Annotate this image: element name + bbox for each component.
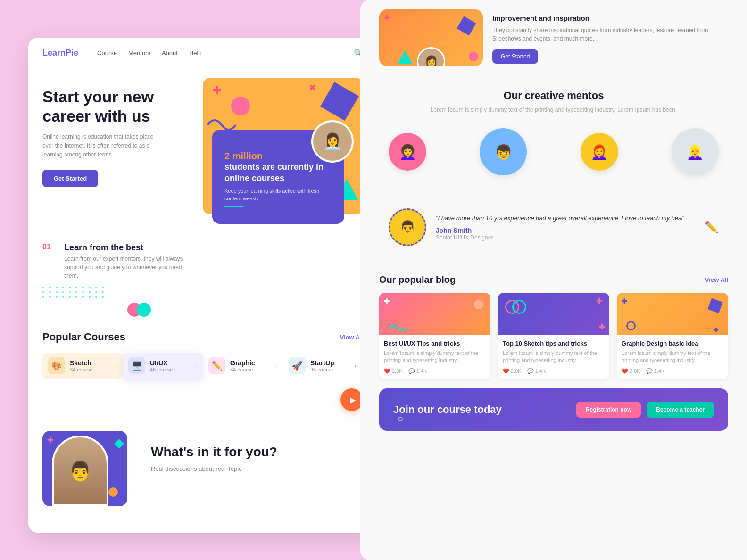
- b2-deco4: ✚: [598, 322, 605, 331]
- blog-3-comments: 💬 1.4K: [646, 368, 665, 374]
- hero-description: Online learning is education that takes …: [42, 132, 165, 160]
- whats-person-avatar: 👨: [52, 436, 108, 506]
- logo-text: Learn: [42, 48, 66, 58]
- cta-decoration-dot: [398, 417, 403, 421]
- courses-section: Popular Courses View All 🎨 Sketch 34 cou…: [28, 317, 377, 388]
- pencil-icon: ✏️: [705, 221, 719, 234]
- whats-text: What's in it for you? Real discussions a…: [151, 445, 363, 474]
- nav-course[interactable]: Course: [97, 49, 117, 57]
- mentor-avatar-3[interactable]: 👩‍🦰: [581, 133, 618, 171]
- right-top-heading: Improvement and inspiration: [492, 14, 728, 22]
- startup-name: StartUp: [310, 359, 334, 367]
- hero-stats-text: 2 million students are currently in onli…: [217, 143, 344, 214]
- blog-card-2[interactable]: ✚ ✚ Top 10 Sketch tips and tricks Lorem …: [498, 293, 609, 379]
- testimonial-role: Senior UI/UX Designer: [436, 234, 695, 241]
- logo: LearnPie: [42, 48, 78, 58]
- blog-card-3-stats: ❤️ 2.8K 💬 1.4K: [622, 368, 723, 374]
- sketch-count: 34 course: [70, 367, 92, 372]
- course-item-graphic[interactable]: ✏️ Graphic 84 course →: [203, 353, 283, 379]
- whats-image-container: ✚ 👨: [42, 412, 137, 506]
- blog-card-3-desc: Lorem ipsum simply dummy text of the pri…: [622, 350, 723, 364]
- testimonial-section: 👨 "I have more than 10 yrs experience ha…: [379, 199, 728, 255]
- deco-teal-diamond: [114, 439, 124, 449]
- right-top-desc: They constantly share inspirational quot…: [492, 26, 728, 43]
- nav-about[interactable]: About: [162, 49, 178, 57]
- testimonial-quote: "I have more than 10 yrs experience had …: [436, 214, 695, 223]
- course-item-sketch[interactable]: 🎨 Sketch 34 course →: [42, 353, 123, 379]
- blog-title: Our popular blog: [379, 274, 456, 285]
- b1-deco1: ✚: [384, 297, 390, 305]
- graphic-arrow: →: [271, 362, 277, 370]
- courses-section-title: Popular Courses: [42, 331, 125, 343]
- blog-2-likes: ❤️ 2.8K: [503, 368, 522, 374]
- blog-view-all[interactable]: View All: [705, 276, 728, 283]
- blog-section: Our popular blog View All ✚ Best UI/UX T…: [379, 265, 728, 454]
- uiux-info: UI/UX 46 course: [150, 359, 173, 372]
- b2-deco3: ✚: [596, 296, 602, 305]
- blog-grid: ✚ Best UI/UX Tips and tricks Lorem Ipsum…: [379, 293, 728, 379]
- cta-banner: Join our course today Registration now B…: [379, 388, 728, 431]
- uiux-arrow: →: [191, 362, 197, 370]
- startup-count: 96 course: [310, 367, 334, 372]
- blog-card-2-title: Top 10 Sketch tips and tricks: [503, 340, 605, 347]
- mentors-title: Our creative mentos: [379, 90, 728, 102]
- blog-card-3[interactable]: ✚ ◆ Graphic Design basic idea Lorem ipsu…: [617, 293, 728, 379]
- learn-item: 01 Learn from the best Learn from our ex…: [42, 243, 363, 280]
- startup-info: StartUp 96 course: [310, 359, 334, 372]
- blog-card-1-content: Best UI/UX Tips and tricks Lorem Ipsum i…: [379, 335, 490, 379]
- blog-card-1-title: Best UI/UX Tips and tricks: [384, 340, 486, 347]
- course-item-uiux[interactable]: 🖥️ UI/UX 46 course →: [123, 353, 203, 379]
- blog-card-1-stats: ❤️ 2.8K 💬 1.4K: [384, 368, 486, 374]
- uiux-count: 46 course: [150, 367, 173, 372]
- sketch-info: Sketch 34 course: [70, 359, 92, 372]
- mentors-section: Our creative mentos Lorem Ipsum is simpl…: [379, 80, 728, 194]
- cta-buttons: Registration now Become a teacher: [576, 402, 714, 418]
- b1-wave: [389, 323, 407, 333]
- deco-orange-circle: [108, 487, 118, 497]
- testimonial-text: "I have more than 10 yrs experience had …: [436, 214, 695, 241]
- img-triangle-teal: [398, 50, 412, 64]
- learn-content: Learn from the best Learn from our exper…: [64, 243, 187, 280]
- stats-highlight: 2 million: [224, 151, 337, 162]
- startup-icon: 🚀: [289, 357, 306, 374]
- right-top-avatar: 👩: [417, 47, 445, 66]
- sketch-name: Sketch: [70, 359, 92, 367]
- nav-mentors[interactable]: Mentors: [128, 49, 150, 57]
- hero-section: Start your new career with us Online lea…: [28, 68, 377, 229]
- registration-button[interactable]: Registration now: [576, 402, 641, 418]
- play-btn-container: ▶: [42, 388, 363, 403]
- testimonial-name: John Smith: [436, 227, 695, 234]
- course-item-startup[interactable]: 🚀 StartUp 96 course →: [283, 353, 363, 379]
- left-card: LearnPie Course Mentors About Help 🔍 Sta…: [28, 38, 377, 533]
- graphic-count: 84 course: [230, 367, 255, 372]
- deco-plus-purple: ✚: [47, 436, 53, 445]
- hero-cta-button[interactable]: Get Started: [42, 170, 98, 187]
- become-teacher-button[interactable]: Become a teacher: [647, 402, 714, 418]
- navigation: LearnPie Course Mentors About Help 🔍: [28, 38, 377, 68]
- right-top-cta-button[interactable]: Get Started: [492, 49, 538, 64]
- blog-card-1[interactable]: ✚ Best UI/UX Tips and tricks Lorem Ipsum…: [379, 293, 490, 379]
- courses-header: Popular Courses View All: [42, 331, 363, 343]
- sketch-arrow: →: [110, 362, 117, 370]
- mentors-grid: 👩‍🦱 👦 👩‍🦰 👱‍♀️: [379, 128, 728, 175]
- logo-highlight: Pie: [66, 48, 78, 58]
- deco-circles: [127, 303, 363, 317]
- blog-card-1-image: ✚: [379, 293, 490, 335]
- testimonial-avatar: 👨: [389, 208, 426, 246]
- mentor-avatar-2[interactable]: 👦: [480, 128, 527, 175]
- whats-description: Real discussions about real Topic: [151, 464, 363, 474]
- mentor-avatar-4[interactable]: 👱‍♀️: [672, 128, 719, 175]
- mentors-subtitle: Lorem Ipsum is simply dummy text of the …: [379, 106, 728, 114]
- learn-section: 01 Learn from the best Learn from our ex…: [28, 229, 377, 317]
- hero-text: Start your new career with us Online lea…: [42, 78, 203, 229]
- blog-1-comments: 💬 1.4K: [408, 368, 427, 374]
- right-top-image: ✚ 👩: [379, 9, 483, 66]
- nav-help[interactable]: Help: [189, 49, 202, 57]
- hero-title: Start your new career with us: [42, 87, 203, 126]
- mentor-avatar-1[interactable]: 👩‍🦱: [389, 133, 426, 171]
- courses-view-all[interactable]: View All: [340, 334, 363, 341]
- blog-1-likes: ❤️ 2.8K: [384, 368, 403, 374]
- uiux-name: UI/UX: [150, 359, 173, 367]
- dot-grid-decoration: [42, 287, 363, 298]
- hero-accent-line: [224, 206, 243, 207]
